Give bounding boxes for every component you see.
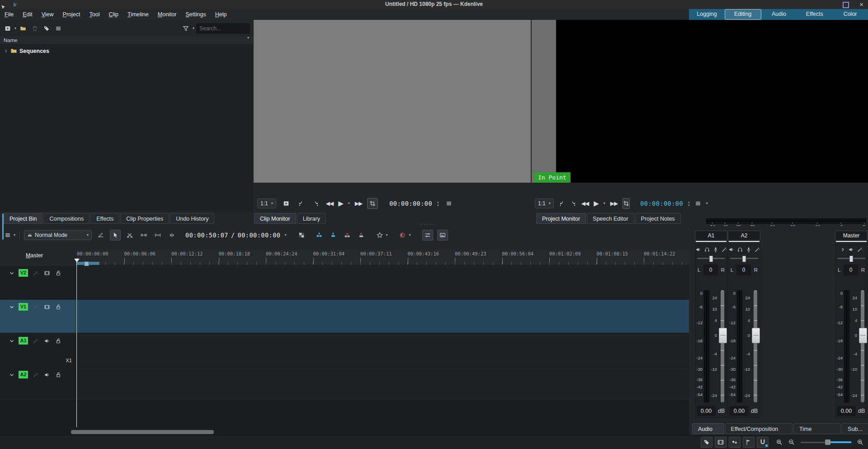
timeline-position-display[interactable]: 00:00:50:07 / 00:00:00:00	[185, 232, 280, 239]
tab-project-notes[interactable]: Project Notes	[635, 213, 681, 224]
tags-button[interactable]	[42, 24, 52, 33]
bin-folder-sequences[interactable]: Sequences	[0, 45, 253, 54]
track-lane-v1[interactable]	[77, 300, 689, 333]
mixer-channel-title[interactable]: A1	[695, 231, 727, 241]
audio-target-badge[interactable]: X1	[66, 358, 72, 363]
track-lane-v2[interactable]	[77, 266, 689, 299]
menu-item[interactable]: Monitor	[153, 9, 181, 20]
track-compositing-button[interactable]	[297, 230, 307, 240]
lock-track-icon[interactable]	[55, 371, 62, 378]
balance-handle[interactable]	[742, 255, 746, 262]
clip-timecode[interactable]: 00:00:00:00	[389, 200, 432, 207]
menu-item[interactable]: Clip	[104, 9, 123, 20]
collapse-chevron-icon[interactable]	[9, 338, 14, 344]
close-button[interactable]: ×	[859, 0, 863, 9]
menu-dropdown-icon[interactable]: ▾	[706, 202, 708, 205]
edit-mode-select[interactable]: Normal Mode ▾	[24, 230, 92, 240]
track-label[interactable]: V2	[19, 269, 28, 277]
record-mic-icon[interactable]	[746, 247, 751, 252]
show-mixer-button[interactable]	[422, 230, 433, 241]
track-effects-icon[interactable]	[32, 269, 39, 277]
track-label[interactable]: A2	[19, 371, 28, 378]
balance-handle[interactable]	[709, 255, 713, 262]
channel-effects-icon[interactable]	[755, 247, 760, 252]
balance-slider[interactable]	[837, 255, 865, 262]
balance-slider[interactable]	[697, 255, 725, 262]
timeline-menu-dropdown-icon[interactable]: ▾	[14, 233, 15, 237]
sort-direction-icon[interactable]: ▾	[247, 36, 249, 40]
balance-handle[interactable]	[849, 255, 854, 262]
spacer-tool-button[interactable]	[139, 230, 149, 240]
solo-headphones-icon[interactable]	[704, 247, 710, 252]
favorite-effects-button[interactable]	[375, 230, 385, 240]
collapse-chevron-icon[interactable]	[840, 247, 845, 252]
mute-audio-icon[interactable]	[43, 371, 51, 378]
tab-subtitles[interactable]: Sub...	[842, 423, 868, 434]
filter-dropdown-icon[interactable]: ▾	[193, 27, 194, 30]
track-header-a1[interactable]: A1 X1	[0, 334, 76, 367]
clip-monitor-video-area[interactable]	[254, 20, 531, 183]
hide-video-icon[interactable]	[43, 303, 51, 311]
zoom-fit-button[interactable]	[774, 437, 784, 447]
volume-fader[interactable]	[719, 289, 726, 403]
balance-value[interactable]: 0	[844, 265, 858, 275]
spin-up-icon[interactable]: ▴	[437, 201, 439, 203]
mixer-channel-title[interactable]: A2	[728, 231, 760, 241]
channel-effects-icon[interactable]	[722, 247, 727, 252]
bin-item-list[interactable]: Sequences	[0, 45, 253, 212]
track-effects-icon[interactable]	[32, 337, 39, 345]
record-dropdown-icon[interactable]: ▾	[409, 233, 411, 237]
clip-zoom-select[interactable]: 1:1▾	[257, 199, 276, 208]
track-header-v2[interactable]: V2	[0, 266, 76, 299]
expand-chevron-icon[interactable]	[4, 49, 8, 53]
tab-compositions[interactable]: Compositions	[43, 213, 90, 224]
filter-funnel-button[interactable]	[181, 24, 191, 33]
playhead-line[interactable]	[76, 259, 77, 427]
ripple-tool-button[interactable]	[153, 230, 163, 240]
collapse-chevron-icon[interactable]	[9, 372, 14, 378]
fader-handle[interactable]	[859, 328, 867, 343]
fast-forward-button[interactable]: ▶▶	[355, 200, 362, 207]
set-in-point-button[interactable]	[559, 199, 565, 208]
volume-fader[interactable]	[752, 289, 760, 403]
menu-item[interactable]: Tool	[85, 9, 104, 20]
extract-zone-button[interactable]	[342, 230, 352, 240]
track-lane-a2[interactable]	[77, 368, 689, 401]
mute-audio-icon[interactable]	[43, 337, 51, 345]
fader-handle[interactable]	[752, 328, 760, 343]
level-value[interactable]: 0.00	[730, 406, 749, 416]
workspace-tab-editing[interactable]: Editing	[725, 9, 761, 20]
track-label[interactable]: A1	[19, 337, 28, 345]
play-button[interactable]: ▶	[594, 199, 599, 208]
tab-clip-properties[interactable]: Clip Properties	[120, 213, 169, 224]
timeline-menu-button[interactable]	[3, 230, 13, 240]
track-header-a2[interactable]: A2	[0, 368, 76, 401]
timecode-options-icon[interactable]: ▾	[284, 233, 286, 237]
channel-effects-icon[interactable]	[857, 247, 863, 252]
lift-zone-button[interactable]	[356, 230, 366, 240]
create-folder-button[interactable]	[18, 24, 28, 33]
menu-item[interactable]: Edit	[18, 9, 37, 20]
zoom-in-button[interactable]	[855, 437, 865, 447]
menu-item[interactable]: Settings	[181, 9, 210, 20]
solo-headphones-icon[interactable]	[737, 247, 743, 252]
workspace-tab-effects[interactable]: Effects	[797, 9, 832, 20]
lock-track-icon[interactable]	[55, 269, 62, 277]
workspace-tab-audio[interactable]: Audio	[761, 9, 797, 20]
subtitles-button[interactable]	[437, 230, 448, 241]
selection-tool-button[interactable]	[110, 230, 121, 241]
project-monitor-menu-button[interactable]	[695, 199, 701, 208]
mute-icon[interactable]	[696, 247, 701, 252]
tab-speech-editor[interactable]: Speech Editor	[587, 213, 634, 224]
balance-slider[interactable]	[730, 255, 758, 262]
fast-forward-button[interactable]: ▶▶	[610, 200, 618, 207]
tab-project-monitor[interactable]: Project Monitor	[536, 213, 586, 224]
tab-effects[interactable]: Effects	[90, 213, 119, 224]
timeline-ruler[interactable]: 00:00:00:0000:00:06:0600:00:12:1200:00:1…	[77, 250, 689, 265]
delete-button[interactable]	[30, 24, 40, 33]
lock-track-icon[interactable]	[55, 303, 62, 311]
zone-mode-button[interactable]	[367, 198, 378, 209]
play-options-icon[interactable]: ▾	[604, 202, 605, 205]
rewind-button[interactable]: ◀◀	[581, 200, 589, 207]
lock-track-icon[interactable]	[55, 337, 62, 345]
